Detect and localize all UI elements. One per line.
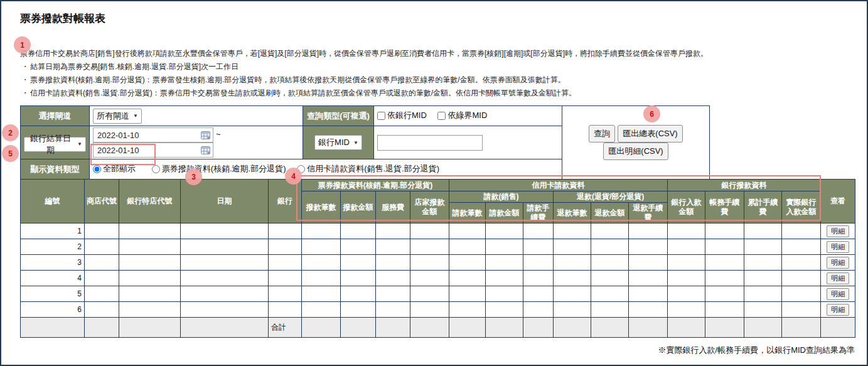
- col-header-disburse-amount: 撥款金額: [341, 191, 376, 223]
- row-number-cell: 1: [21, 223, 85, 239]
- bullet-text-2: 票券撥款資料(核銷.逾期.部分退貨)：票券當發生核銷.逾期.部分退貨時，款項結算…: [30, 75, 565, 84]
- display-all-radio-option[interactable]: 全部顯示: [93, 163, 136, 175]
- row-number-cell: 6: [21, 302, 85, 318]
- footnote: ※實際銀行入款/帳務手續費，以銀行MID查詢結果為準: [20, 345, 855, 356]
- mid-type-select-value: 銀行MID: [318, 137, 350, 148]
- filter-panel: 選擇閘道 所有閘道 ▼ 查詢類型(可複選) 依銀行MID 依綠界MID: [20, 105, 710, 180]
- date-type-select[interactable]: 銀行結算日期 ▼: [24, 137, 86, 152]
- calendar-icon[interactable]: [201, 131, 210, 139]
- display-all-radio[interactable]: [93, 165, 101, 173]
- table-row: 1 明細: [21, 223, 855, 239]
- date-from-value: 2022-01-10: [97, 131, 139, 140]
- row-detail-button[interactable]: 明細: [827, 272, 849, 284]
- ecpay-mid-checkbox-option[interactable]: 依綠界MID: [437, 110, 487, 121]
- col-header-claim-amount: 請款金額: [486, 203, 523, 223]
- annotation-badge-4: 4: [285, 168, 302, 185]
- bullet-dot: ・: [20, 73, 30, 87]
- gateway-label: 選擇閘道: [21, 106, 90, 126]
- annotation-badge-3: 3: [185, 168, 202, 185]
- ecpay-mid-checkbox[interactable]: [437, 112, 446, 120]
- gateway-select[interactable]: 所有閘道 ▼: [93, 109, 142, 124]
- annotation-badge-5: 5: [2, 145, 19, 162]
- mid-input-cell: [374, 126, 562, 159]
- date-range-cell: 2022-01-10 ~ 2022-01-10: [90, 126, 303, 159]
- col-header-refund-amount: 退款金額: [591, 203, 629, 223]
- export-summary-button[interactable]: 匯出總表(CSV): [618, 125, 682, 143]
- col-header-bank-store-id: 銀行特店代號: [119, 180, 181, 223]
- description-block: 票券信用卡交易於商店[銷售]發行後將款項請款至永豐價金保管專戶，若[退貨]及[部…: [20, 47, 855, 100]
- bullet-dot: ・: [20, 60, 30, 73]
- display-type-label: 顯示資料類型: [21, 159, 90, 180]
- calendar-icon[interactable]: [201, 146, 210, 154]
- page-title: 票券撥款對帳報表: [20, 11, 105, 26]
- col-header-cumulative-fee: 累計手續費: [744, 191, 782, 223]
- date-separator: ~: [216, 129, 221, 139]
- col-header-bank: 銀行: [269, 180, 302, 223]
- total-label-cell: 合計: [269, 318, 302, 338]
- row-detail-button[interactable]: 明細: [827, 288, 849, 300]
- col-header-refund-count: 退款筆數: [554, 203, 591, 223]
- bank-mid-checkbox[interactable]: [377, 112, 385, 120]
- description-bullet-2: ・票券撥款資料(核銷.逾期.部分退貨)：票券當發生核銷.逾期.部分退貨時，款項結…: [20, 73, 855, 87]
- actions-cell: 查詢匯出總表(CSV)匯出明細(CSV): [562, 106, 710, 180]
- ecpay-mid-checkbox-label: 依綠界MID: [447, 110, 487, 121]
- export-detail-button[interactable]: 匯出明細(CSV): [603, 143, 668, 160]
- group-header-bank-disbursement: 銀行撥款資料: [668, 180, 821, 191]
- date-from-input[interactable]: 2022-01-10: [93, 127, 213, 143]
- col-header-claim-count: 請款筆數: [449, 203, 486, 223]
- total-row: 合計: [21, 318, 855, 338]
- row-detail-button[interactable]: 明細: [827, 257, 849, 269]
- table-row: 3 明細: [21, 255, 855, 271]
- mid-input[interactable]: [377, 135, 483, 151]
- chevron-down-icon: ▼: [133, 113, 138, 119]
- display-voucher-radio-option[interactable]: 票券撥款資料(核銷.逾期.部分退貨): [152, 163, 286, 175]
- col-header-actual-bank-in-amount: 實際銀行入款金額: [782, 191, 821, 223]
- description-intro: 票券信用卡交易於商店[銷售]發行後將款項請款至永豐價金保管專戶，若[退貨]及[部…: [20, 47, 855, 60]
- col-header-view: 查看: [821, 180, 855, 223]
- bullet-text-3: 信用卡請款資料(銷售.退貨.部分退貨)：票券信用卡交易當發生請款或退刷時，款項結…: [30, 89, 576, 97]
- mid-type-select[interactable]: 銀行MID ▼: [314, 135, 362, 150]
- report-page: 票券撥款對帳報表 票券信用卡交易於商店[銷售]發行後將款項請款至永豐價金保管專戶…: [0, 0, 868, 366]
- display-all-radio-label: 全部顯示: [103, 163, 136, 175]
- query-type-options-cell: 依銀行MID 依綠界MID: [374, 106, 562, 126]
- row-number-cell: 3: [21, 255, 85, 271]
- display-credit-radio-label: 信用卡請款資料(銷售.退貨.部分退貨): [307, 163, 439, 175]
- chevron-down-icon: ▼: [77, 141, 82, 147]
- bullet-dot: ・: [20, 87, 30, 100]
- description-bullet-3: ・信用卡請款資料(銷售.退貨.部分退貨)：票券信用卡交易當發生請款或退刷時，款項…: [20, 87, 855, 100]
- bank-mid-checkbox-label: 依銀行MID: [387, 110, 427, 121]
- display-voucher-radio[interactable]: [152, 165, 160, 173]
- row-detail-button[interactable]: 明細: [827, 241, 849, 253]
- col-header-account-fee: 帳務手續費: [705, 191, 744, 223]
- gateway-select-value: 所有閘道: [97, 110, 129, 122]
- subgroup-header-refund: 退款(退貨/部分退貨): [554, 191, 668, 203]
- col-header-merchant-id: 商店代號: [85, 180, 119, 223]
- display-credit-radio-option[interactable]: 信用卡請款資料(銷售.退貨.部分退貨): [297, 163, 439, 175]
- date-type-select-value: 銀行結算日期: [28, 133, 73, 156]
- col-header-bank-in-amount: 銀行入款金額: [668, 191, 705, 223]
- row-detail-button[interactable]: 明細: [827, 304, 849, 316]
- col-header-service-fee: 服務費: [376, 191, 410, 223]
- bullet-text-1: 結算日期為票券交易[銷售.核銷.逾期.退貨.部分退貨]次一工作日: [30, 62, 238, 71]
- search-button[interactable]: 查詢: [589, 125, 615, 143]
- date-to-input[interactable]: 2022-01-10: [93, 143, 213, 158]
- col-header-no: 編號: [21, 180, 85, 223]
- col-header-claim-fee: 請款手續費: [523, 203, 554, 223]
- group-header-credit: 信用卡請款資料: [449, 180, 668, 191]
- col-header-date: 日期: [181, 180, 269, 223]
- table-row: 4 明細: [21, 271, 855, 286]
- row-number-cell: 4: [21, 271, 85, 286]
- group-header-voucher: 票券撥款資料(核銷.逾期.部分退貨): [302, 180, 449, 191]
- annotation-badge-1: 1: [14, 36, 31, 53]
- date-to-value: 2022-01-10: [97, 146, 139, 155]
- subgroup-header-claim: 請款(銷售): [449, 191, 554, 203]
- row-detail-button[interactable]: 明細: [827, 225, 849, 237]
- report-table: 編號 商店代號 銀行特店代號 日期 銀行 票券撥款資料(核銷.逾期.部分退貨) …: [20, 179, 855, 338]
- bank-mid-checkbox-option[interactable]: 依銀行MID: [377, 110, 427, 121]
- table-row: 2 明細: [21, 239, 855, 255]
- col-header-disburse-count: 撥款筆數: [302, 191, 341, 223]
- query-type-label: 查詢類型(可複選): [303, 106, 374, 126]
- table-row: 6 明細: [21, 302, 855, 318]
- table-row: 5 明細: [21, 286, 855, 302]
- col-header-store-disburse-amount: 店家撥款金額: [410, 191, 449, 223]
